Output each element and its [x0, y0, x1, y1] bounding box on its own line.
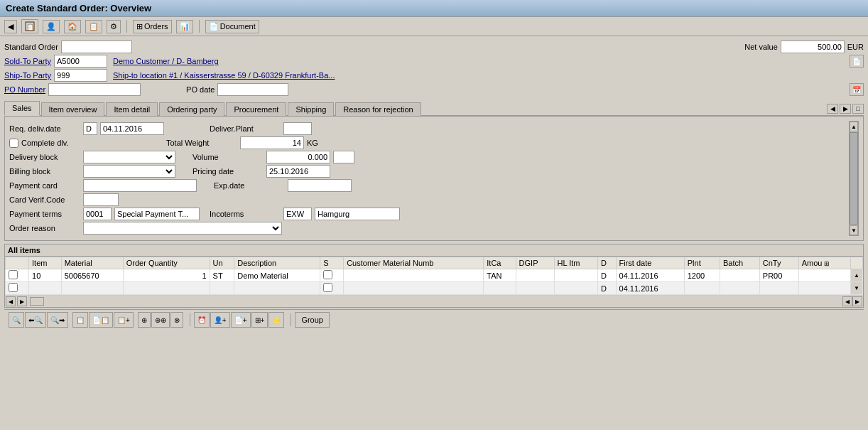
req-deliv-date-input[interactable]	[100, 122, 164, 135]
btn-paste[interactable]: 📄📋	[89, 312, 113, 328]
po-number-label[interactable]: PO Number	[4, 85, 45, 94]
tabs-container: Sales Item overview Item detail Ordering…	[4, 100, 864, 117]
payment-terms-code-input[interactable]	[83, 208, 112, 220]
tab-expand-button[interactable]: □	[852, 104, 864, 114]
req-deliv-type-input[interactable]	[83, 122, 97, 135]
export-button[interactable]: 📊	[176, 20, 193, 33]
items-scroll-right-button[interactable]: ▶	[17, 296, 27, 306]
btn-find[interactable]: 🔍	[9, 312, 24, 328]
complete-dlv-checkbox[interactable]	[9, 139, 18, 148]
group-button[interactable]: Group	[295, 312, 330, 328]
deliver-plant-input[interactable]	[283, 122, 312, 135]
col-un: Un	[210, 257, 234, 269]
table-row: D 04.11.2016 ▼	[6, 282, 863, 295]
sold-to-party-icon[interactable]: 📄	[850, 55, 864, 68]
calendar-icon[interactable]: 📅	[850, 83, 864, 96]
items-section: All items Item Material Order Quantity U…	[4, 244, 864, 308]
incoterms-desc-input[interactable]	[315, 208, 400, 220]
po-date-input[interactable]	[217, 83, 288, 96]
tab-sales[interactable]: Sales	[4, 101, 40, 116]
header-row-4: PO Number PO date 📅	[4, 83, 864, 96]
btn-remove[interactable]: ⊗	[170, 312, 183, 328]
exp-date-input[interactable]	[288, 179, 352, 192]
btn-clock[interactable]: ⏰	[194, 312, 210, 328]
ship-to-party-input[interactable]	[54, 69, 107, 82]
settings-button[interactable]: ⚙	[107, 20, 121, 33]
form-row-4: Billing block Pricing date	[9, 165, 846, 178]
btn-doc-add[interactable]: 📄+	[231, 312, 251, 328]
card-verif-label: Card Verif.Code	[9, 195, 80, 204]
person-button[interactable]: 👤	[43, 20, 60, 33]
row2-checkbox[interactable]	[9, 283, 18, 292]
tab-reason-rejection[interactable]: Reason for rejection	[335, 102, 421, 116]
row1-s-checkbox[interactable]	[323, 270, 332, 279]
btn-find-prev[interactable]: ⬅🔍	[25, 312, 46, 328]
btn-insert[interactable]: 📋+	[114, 312, 134, 328]
standard-order-label: Standard Order	[4, 43, 58, 51]
btn-find-next[interactable]: 🔍➡	[47, 312, 68, 328]
pricing-date-input[interactable]	[266, 165, 330, 178]
table-button[interactable]: ⊞ Orders	[133, 20, 172, 33]
payment-terms-desc-input[interactable]	[114, 208, 200, 220]
back-button[interactable]: ◀	[4, 20, 17, 33]
items-scroll-left-button[interactable]: ◀	[6, 296, 16, 306]
items-table-container: Item Material Order Quantity Un Descript…	[5, 257, 863, 295]
btn-person-add[interactable]: 👤+	[210, 312, 230, 328]
incoterms-code-input[interactable]	[283, 208, 312, 220]
btn-add1[interactable]: ⊕	[138, 312, 151, 328]
col-first-date: First date	[616, 257, 684, 269]
btn-add2[interactable]: ⊕⊕	[151, 312, 170, 328]
total-weight-input[interactable]	[240, 136, 304, 149]
document-button[interactable]: 📄 Document	[205, 20, 259, 33]
ship-to-party-label[interactable]: Ship-To Party	[4, 71, 51, 80]
items-right-scroll-right[interactable]: ▶	[852, 296, 862, 306]
items-scroll-box[interactable]	[30, 297, 44, 306]
row2-s-checkbox[interactable]	[323, 283, 332, 292]
tab-prev-button[interactable]: ◀	[827, 104, 838, 114]
volume-input[interactable]	[266, 151, 330, 163]
tab-ordering-party[interactable]: Ordering party	[159, 102, 224, 116]
bottom-separator	[190, 313, 190, 326]
items-right-scroll-left[interactable]: ◀	[842, 296, 852, 306]
home-button[interactable]: 🏠	[64, 20, 81, 33]
po-number-input[interactable]	[48, 83, 141, 96]
btn-table-add[interactable]: ⊞+	[251, 312, 268, 328]
items-header: All items	[5, 244, 863, 257]
btn-group-3: ⊕ ⊕⊕ ⊗	[138, 312, 183, 328]
btn-copy[interactable]: 📋	[72, 312, 88, 328]
net-value-input[interactable]	[781, 41, 845, 53]
scroll-down-button[interactable]: ▼	[850, 225, 858, 235]
col-checkbox	[6, 257, 29, 269]
order-reason-label: Order reason	[9, 224, 80, 232]
deliver-plant-label: Deliver.Plant	[210, 124, 281, 133]
row1-hl-itm	[554, 269, 598, 282]
copy-button[interactable]: 📋	[85, 20, 102, 33]
volume-unit-input[interactable]	[333, 151, 354, 163]
delivery-block-select[interactable]	[83, 151, 175, 163]
standard-order-input[interactable]	[61, 41, 132, 53]
separator-2	[199, 20, 200, 33]
sold-to-party-label[interactable]: Sold-To Party	[4, 57, 51, 65]
col-cnty: CnTy	[759, 257, 798, 269]
payment-card-input[interactable]	[83, 179, 197, 192]
order-reason-select[interactable]	[83, 222, 282, 235]
tab-next-button[interactable]: ▶	[840, 104, 851, 114]
billing-block-select[interactable]	[83, 165, 175, 178]
tab-procurement[interactable]: Procurement	[226, 102, 286, 116]
user-button[interactable]: 📋	[21, 19, 38, 33]
scroll-up-button[interactable]: ▲	[850, 122, 858, 131]
items-tbody: 10 50065670 1 ST Demo Material TAN D 04.…	[6, 269, 863, 295]
row1-checkbox[interactable]	[9, 270, 18, 279]
tab-item-detail[interactable]: Item detail	[106, 102, 158, 116]
sold-to-party-input[interactable]	[54, 55, 107, 68]
btn-star[interactable]: ⭐	[268, 312, 284, 328]
scroll-thumb[interactable]	[850, 132, 858, 225]
row1-description: Demo Material	[234, 269, 320, 282]
form-row-5: Payment card Exp.date	[9, 179, 846, 192]
card-verif-input[interactable]	[83, 193, 119, 206]
tab-item-overview[interactable]: Item overview	[41, 102, 105, 116]
header-row-2: Sold-To Party Demo Customer / D- Bamberg…	[4, 55, 864, 68]
row1-itca: TAN	[484, 269, 516, 282]
tab-shipping[interactable]: Shipping	[288, 102, 334, 116]
main-toolbar: ◀ 📋 👤 🏠 📋 ⚙ ⊞ Orders 📊 📄 Document	[0, 17, 868, 36]
